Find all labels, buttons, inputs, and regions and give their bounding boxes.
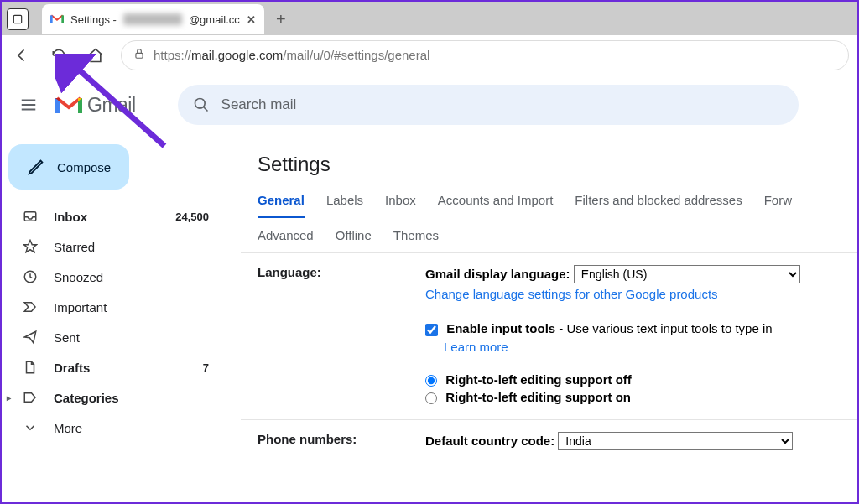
sidebar-item-snoozed[interactable]: Snoozed (2, 262, 224, 292)
new-tab-button[interactable]: + (269, 8, 293, 31)
tab-action-button[interactable] (7, 8, 29, 30)
svg-rect-1 (50, 15, 53, 23)
tab-offline[interactable]: Offline (336, 228, 372, 242)
svg-rect-3 (136, 53, 143, 58)
tab-advanced[interactable]: Advanced (258, 228, 314, 242)
sidebar-item-starred[interactable]: Starred (2, 231, 224, 262)
sidebar-item-more[interactable]: More (2, 413, 224, 443)
phone-label: Phone numbers: (258, 432, 425, 450)
home-button[interactable] (84, 44, 107, 67)
lock-icon (133, 48, 145, 62)
gmail-logo-text: Gmail (87, 94, 136, 117)
tab-forwarding[interactable]: Forw (764, 186, 792, 218)
settings-card: Settings General Labels Inbox Accounts a… (241, 138, 857, 462)
sidebar-item-categories[interactable]: ▸ Categories (2, 382, 224, 413)
url-text: https://mail.google.com/mail/u/0/#settin… (154, 48, 430, 62)
refresh-button[interactable] (47, 44, 70, 67)
sidebar-item-sent[interactable]: Sent (2, 322, 224, 352)
tab-labels[interactable]: Labels (326, 186, 363, 218)
back-button[interactable] (10, 44, 34, 67)
toolbar: https://mail.google.com/mail/u/0/#settin… (2, 35, 857, 75)
search-icon (193, 96, 210, 113)
setting-row-language: Language: Gmail display language: Englis… (241, 253, 857, 419)
tab-strip: Settings - @gmail.cc ✕ + (2, 2, 857, 35)
tab-themes[interactable]: Themes (393, 228, 439, 242)
svg-point-6 (195, 99, 205, 109)
search-bar[interactable]: Search mail (178, 85, 799, 125)
enable-input-tools-label: Enable input tools (446, 321, 555, 335)
default-country-label: Default country code: (425, 434, 554, 448)
tab-general[interactable]: General (258, 186, 305, 218)
tab-filters[interactable]: Filters and blocked addresses (575, 186, 742, 218)
expand-triangle-icon[interactable]: ▸ (7, 393, 11, 403)
tab-title-suffix: @gmail.cc (189, 13, 240, 26)
address-bar[interactable]: https://mail.google.com/mail/u/0/#settin… (121, 40, 849, 70)
learn-more-link[interactable]: Learn more (444, 340, 508, 354)
sidebar: Compose Inbox 24,500 Starred Snoozed Imp… (2, 134, 224, 504)
change-language-link[interactable]: Change language settings for other Googl… (425, 287, 718, 301)
browser-tab[interactable]: Settings - @gmail.cc ✕ (42, 4, 264, 34)
enable-input-tools-checkbox[interactable] (425, 324, 438, 336)
clock-icon (22, 268, 39, 285)
main-panel: Settings General Labels Inbox Accounts a… (224, 134, 857, 504)
tab-close-button[interactable]: ✕ (247, 13, 256, 26)
gmail-header: Gmail Search mail (2, 75, 857, 134)
sidebar-item-drafts[interactable]: Drafts 7 (2, 352, 224, 382)
browser-chrome: Settings - @gmail.cc ✕ + https://mail.go… (2, 2, 857, 75)
sidebar-item-inbox[interactable]: Inbox 24,500 (2, 201, 224, 231)
rtl-on-label: Right-to-left editing support on (445, 390, 631, 404)
settings-tabs-row1: General Labels Inbox Accounts and Import… (241, 186, 857, 218)
tab-inbox[interactable]: Inbox (385, 186, 416, 218)
svg-rect-2 (61, 15, 64, 23)
main-menu-button[interactable] (10, 86, 47, 123)
inbox-icon (22, 208, 39, 225)
category-icon (22, 389, 39, 406)
setting-row-phone: Phone numbers: Default country code: Ind… (241, 420, 857, 462)
language-label: Language: (258, 265, 425, 408)
tab-title-prefix: Settings - (70, 13, 117, 26)
gmail-favicon-icon (50, 14, 64, 24)
rtl-off-radio[interactable] (425, 375, 437, 387)
rtl-off-label: Right-to-left editing support off (445, 372, 632, 387)
important-icon (22, 299, 39, 315)
tab-accounts[interactable]: Accounts and Import (438, 186, 554, 218)
compose-button[interactable]: Compose (8, 144, 129, 190)
sidebar-item-important[interactable]: Important (2, 292, 224, 322)
compose-label: Compose (57, 160, 111, 174)
settings-title: Settings (241, 153, 857, 186)
rtl-on-radio[interactable] (425, 392, 437, 404)
pencil-icon (27, 158, 45, 176)
display-language-label: Gmail display language: (425, 267, 570, 281)
enable-input-tools-desc: - Use various text input tools to type i… (555, 321, 772, 335)
svg-rect-0 (13, 15, 21, 23)
draft-icon (22, 359, 39, 376)
star-icon (22, 238, 39, 255)
gmail-logo-icon (55, 95, 82, 115)
search-placeholder: Search mail (221, 96, 297, 113)
settings-tabs-row2: Advanced Offline Themes (241, 218, 857, 252)
chevron-down-icon (22, 419, 39, 436)
tab-title-redacted (123, 13, 182, 25)
gmail-logo[interactable]: Gmail (55, 94, 136, 117)
sent-icon (22, 329, 39, 346)
language-select[interactable]: English (US) (574, 265, 800, 283)
country-code-select[interactable]: India (558, 432, 793, 450)
